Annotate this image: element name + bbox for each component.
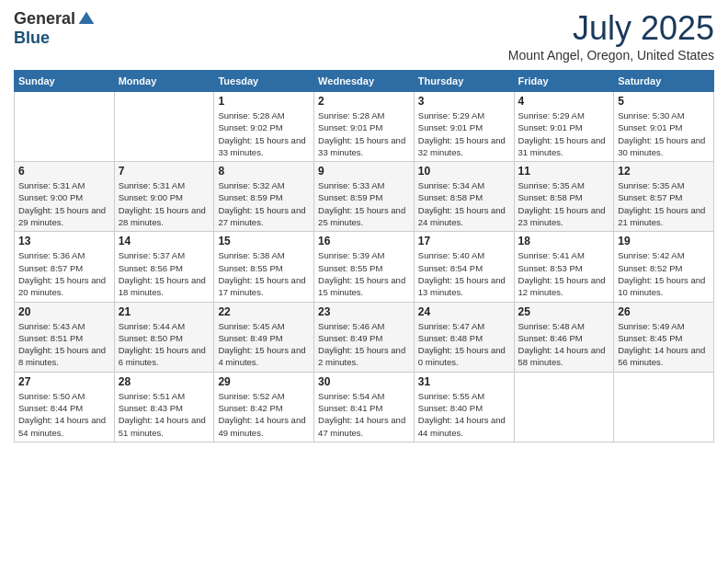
svg-marker-0 [79, 11, 95, 23]
calendar-cell: 5Sunrise: 5:30 AM Sunset: 9:01 PM Daylig… [614, 92, 714, 162]
day-number: 14 [119, 235, 210, 247]
day-info: Sunrise: 5:39 AM Sunset: 8:55 PM Dayligh… [318, 249, 410, 298]
month-title: July 2025 [508, 9, 714, 48]
calendar-cell: 18Sunrise: 5:41 AM Sunset: 8:53 PM Dayli… [514, 232, 614, 302]
day-number: 17 [418, 235, 510, 247]
day-header-tuesday: Tuesday [214, 71, 314, 92]
day-info: Sunrise: 5:40 AM Sunset: 8:54 PM Dayligh… [418, 249, 510, 298]
logo-icon [77, 10, 96, 29]
day-number: 26 [618, 305, 710, 318]
day-info: Sunrise: 5:51 AM Sunset: 8:43 PM Dayligh… [119, 390, 210, 439]
day-info: Sunrise: 5:36 AM Sunset: 8:57 PM Dayligh… [18, 249, 110, 298]
day-info: Sunrise: 5:41 AM Sunset: 8:53 PM Dayligh… [518, 249, 610, 298]
day-header-monday: Monday [114, 71, 214, 92]
calendar-week-row: 27Sunrise: 5:50 AM Sunset: 8:44 PM Dayli… [15, 372, 714, 442]
day-number: 27 [18, 375, 110, 388]
calendar-cell: 14Sunrise: 5:37 AM Sunset: 8:56 PM Dayli… [114, 232, 214, 302]
title-area: July 2025 Mount Angel, Oregon, United St… [508, 9, 714, 63]
page-header: General Blue July 2025 Mount Angel, Oreg… [14, 9, 714, 63]
day-number: 20 [18, 305, 110, 318]
calendar-cell: 29Sunrise: 5:52 AM Sunset: 8:42 PM Dayli… [214, 372, 314, 442]
calendar-cell [514, 372, 614, 442]
day-number: 9 [318, 165, 410, 178]
day-info: Sunrise: 5:35 AM Sunset: 8:57 PM Dayligh… [618, 179, 710, 228]
day-number: 6 [18, 165, 110, 178]
calendar-header-row: SundayMondayTuesdayWednesdayThursdayFrid… [15, 71, 714, 92]
calendar-cell: 6Sunrise: 5:31 AM Sunset: 9:00 PM Daylig… [15, 162, 115, 232]
day-info: Sunrise: 5:42 AM Sunset: 8:52 PM Dayligh… [618, 249, 710, 298]
day-number: 2 [318, 95, 410, 108]
calendar-cell: 10Sunrise: 5:34 AM Sunset: 8:58 PM Dayli… [414, 162, 514, 232]
day-number: 11 [518, 165, 610, 178]
calendar-cell [114, 92, 214, 162]
day-info: Sunrise: 5:54 AM Sunset: 8:41 PM Dayligh… [318, 390, 410, 439]
day-header-thursday: Thursday [414, 71, 514, 92]
calendar-cell: 15Sunrise: 5:38 AM Sunset: 8:55 PM Dayli… [214, 232, 314, 302]
day-info: Sunrise: 5:48 AM Sunset: 8:46 PM Dayligh… [518, 320, 610, 369]
day-number: 15 [218, 235, 310, 247]
logo: General Blue [14, 9, 96, 48]
calendar-cell: 7Sunrise: 5:31 AM Sunset: 9:00 PM Daylig… [114, 162, 214, 232]
calendar-cell: 27Sunrise: 5:50 AM Sunset: 8:44 PM Dayli… [15, 372, 115, 442]
day-number: 1 [218, 95, 310, 108]
day-number: 23 [318, 305, 410, 318]
day-header-wednesday: Wednesday [314, 71, 415, 92]
calendar-cell: 31Sunrise: 5:55 AM Sunset: 8:40 PM Dayli… [414, 372, 514, 442]
day-info: Sunrise: 5:30 AM Sunset: 9:01 PM Dayligh… [618, 109, 710, 158]
calendar-cell: 9Sunrise: 5:33 AM Sunset: 8:59 PM Daylig… [314, 162, 415, 232]
calendar-cell [15, 92, 115, 162]
calendar-cell: 30Sunrise: 5:54 AM Sunset: 8:41 PM Dayli… [314, 372, 415, 442]
day-number: 19 [618, 235, 710, 247]
calendar-cell: 21Sunrise: 5:44 AM Sunset: 8:50 PM Dayli… [114, 302, 214, 372]
day-info: Sunrise: 5:33 AM Sunset: 8:59 PM Dayligh… [318, 179, 410, 228]
day-info: Sunrise: 5:49 AM Sunset: 8:45 PM Dayligh… [618, 320, 710, 369]
day-header-friday: Friday [514, 71, 614, 92]
day-number: 21 [119, 305, 210, 318]
day-info: Sunrise: 5:32 AM Sunset: 8:59 PM Dayligh… [218, 179, 310, 228]
day-info: Sunrise: 5:45 AM Sunset: 8:49 PM Dayligh… [218, 320, 310, 369]
day-number: 25 [518, 305, 610, 318]
calendar-table: SundayMondayTuesdayWednesdayThursdayFrid… [14, 70, 714, 442]
day-number: 29 [218, 375, 310, 388]
day-number: 31 [418, 375, 510, 388]
day-number: 24 [418, 305, 510, 318]
day-info: Sunrise: 5:38 AM Sunset: 8:55 PM Dayligh… [218, 249, 310, 298]
calendar-week-row: 1Sunrise: 5:28 AM Sunset: 9:02 PM Daylig… [15, 92, 714, 162]
calendar-cell: 2Sunrise: 5:28 AM Sunset: 9:01 PM Daylig… [314, 92, 415, 162]
day-info: Sunrise: 5:55 AM Sunset: 8:40 PM Dayligh… [418, 390, 510, 439]
calendar-cell: 19Sunrise: 5:42 AM Sunset: 8:52 PM Dayli… [614, 232, 714, 302]
day-info: Sunrise: 5:28 AM Sunset: 9:01 PM Dayligh… [318, 109, 410, 158]
day-info: Sunrise: 5:46 AM Sunset: 8:49 PM Dayligh… [318, 320, 410, 369]
day-info: Sunrise: 5:35 AM Sunset: 8:58 PM Dayligh… [518, 179, 610, 228]
calendar-week-row: 13Sunrise: 5:36 AM Sunset: 8:57 PM Dayli… [15, 232, 714, 302]
calendar-cell: 17Sunrise: 5:40 AM Sunset: 8:54 PM Dayli… [414, 232, 514, 302]
day-info: Sunrise: 5:43 AM Sunset: 8:51 PM Dayligh… [18, 320, 110, 369]
day-info: Sunrise: 5:29 AM Sunset: 9:01 PM Dayligh… [518, 109, 610, 158]
day-number: 16 [318, 235, 410, 247]
day-number: 22 [218, 305, 310, 318]
day-info: Sunrise: 5:31 AM Sunset: 9:00 PM Dayligh… [18, 179, 110, 228]
day-info: Sunrise: 5:34 AM Sunset: 8:58 PM Dayligh… [418, 179, 510, 228]
calendar-cell: 1Sunrise: 5:28 AM Sunset: 9:02 PM Daylig… [214, 92, 314, 162]
day-info: Sunrise: 5:52 AM Sunset: 8:42 PM Dayligh… [218, 390, 310, 439]
calendar-cell: 4Sunrise: 5:29 AM Sunset: 9:01 PM Daylig… [514, 92, 614, 162]
day-info: Sunrise: 5:44 AM Sunset: 8:50 PM Dayligh… [119, 320, 210, 369]
day-info: Sunrise: 5:28 AM Sunset: 9:02 PM Dayligh… [218, 109, 310, 158]
day-info: Sunrise: 5:37 AM Sunset: 8:56 PM Dayligh… [119, 249, 210, 298]
calendar-cell [614, 372, 714, 442]
day-number: 28 [119, 375, 210, 388]
day-number: 4 [518, 95, 610, 108]
calendar-cell: 13Sunrise: 5:36 AM Sunset: 8:57 PM Dayli… [15, 232, 115, 302]
day-number: 18 [518, 235, 610, 247]
calendar-cell: 26Sunrise: 5:49 AM Sunset: 8:45 PM Dayli… [614, 302, 714, 372]
day-number: 10 [418, 165, 510, 178]
calendar-cell: 8Sunrise: 5:32 AM Sunset: 8:59 PM Daylig… [214, 162, 314, 232]
logo-general-text: General [14, 9, 75, 29]
calendar-cell: 11Sunrise: 5:35 AM Sunset: 8:58 PM Dayli… [514, 162, 614, 232]
day-number: 5 [618, 95, 710, 108]
day-number: 12 [618, 165, 710, 178]
day-info: Sunrise: 5:31 AM Sunset: 9:00 PM Dayligh… [119, 179, 210, 228]
calendar-cell: 20Sunrise: 5:43 AM Sunset: 8:51 PM Dayli… [15, 302, 115, 372]
day-info: Sunrise: 5:50 AM Sunset: 8:44 PM Dayligh… [18, 390, 110, 439]
day-number: 30 [318, 375, 410, 388]
